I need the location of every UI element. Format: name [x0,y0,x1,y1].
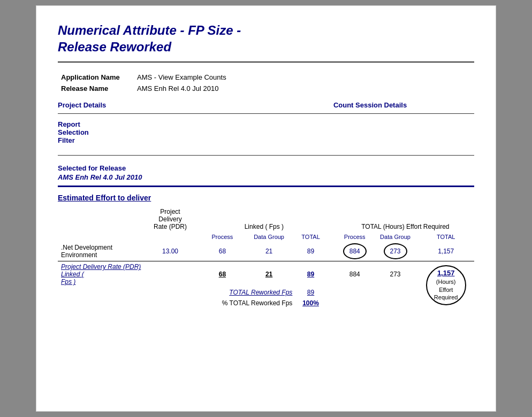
required-label: Required [434,294,458,301]
hours-data-group-subheader: Data Group [373,232,418,242]
filter-section: Report Selection Filter [58,118,474,146]
release-name-label: Release Name [59,83,134,94]
pdr-hours-data-group: 273 [373,261,418,288]
header-row-1: Project DeliveryRate (PDR) Linked ( Fps … [58,206,474,232]
total-reworked-row: TOTAL Reworked Fps 89 [58,287,474,298]
selected-release-section: Selected for Release AMS Enh Rel 4.0 Jul… [58,164,474,181]
total-reworked-value: 89 [295,287,325,298]
app-name-value: AMS - View Example Counts [135,72,473,82]
pdr-row-label: Project Delivery Rate (PDR) Linked (Fps … [58,261,149,288]
row1-total: 89 [295,242,325,261]
row1-process: 68 [202,242,242,261]
info-table: Application Name AMS - View Example Coun… [58,71,474,95]
main-page: Numerical Attribute - FP Size - Release … [36,5,496,412]
row1-pdr: 13.00 [149,242,192,261]
big-circle-cell: 1,157 (Hours) Effort Required [417,261,474,309]
section-headers: Project Details Count Session Details [58,101,474,109]
hours-total-subheader: TOTAL [417,232,474,242]
selected-release-value: AMS Enh Rel 4.0 Jul 2010 [58,173,474,181]
row1-data-group: 21 [242,242,296,261]
data-group-subheader: Data Group [242,232,296,242]
row1-label: .Net DevelopmentEnvironment [58,242,149,261]
pdr-process: 68 [202,261,242,288]
project-details-header: Project Details [58,101,266,109]
effort-title: Estimated Effort to deliver [58,194,474,202]
selected-release-label: Selected for Release [58,164,474,172]
big-circle: 1,157 (Hours) Effort Required [426,265,466,305]
pct-total-value: 100% [295,298,325,308]
big-circle-number: 1,157 [437,269,455,278]
row1-hours-data-group: 273 [373,242,418,261]
pdr-data-group: 21 [242,261,296,288]
total-subheader: TOTAL [295,232,325,242]
process-subheader: Process [202,232,242,242]
effort-table: Project DeliveryRate (PDR) Linked ( Fps … [58,206,474,308]
pct-total-row: % TOTAL Reworked Fps 100% [58,298,474,308]
linked-fps-header: Linked ( Fps ) [202,206,326,232]
hours-process-subheader: Process [337,232,373,242]
total-hours-header: TOTAL (Hours) Effort Required [337,206,474,232]
header-row-2: Process Data Group TOTAL Process Data Gr… [58,232,474,242]
pdr-row: Project Delivery Rate (PDR) Linked (Fps … [58,261,474,288]
pdr-hours-process: 884 [337,261,373,288]
pct-total-label: % TOTAL Reworked Fps [202,298,295,308]
filter-label: Report Selection Filter [58,120,133,144]
effort-section: Estimated Effort to deliver Project Deli… [58,194,474,308]
effort-label: Effort [439,286,453,294]
data-row-1: .Net DevelopmentEnvironment 13.00 68 21 … [58,242,474,261]
pdr-total: 89 [295,261,325,288]
pdr-header: Project DeliveryRate (PDR) [149,206,192,232]
row1-hours-total: 1,157 [417,242,474,261]
row1-hours-process: 884 [337,242,373,261]
app-name-label: Application Name [59,72,134,82]
circled-884: 884 [343,243,367,259]
release-name-value: AMS Enh Rel 4.0 Jul 2010 [135,83,473,94]
total-reworked-label: TOTAL Reworked Fps [202,287,295,298]
pdr-row-empty [149,261,192,288]
page-title: Numerical Attribute - FP Size - Release … [58,22,474,55]
circled-273: 273 [384,243,407,259]
count-session-header: Count Session Details [266,101,474,109]
filter-value [133,120,474,144]
hours-label: (Hours) [436,278,456,285]
